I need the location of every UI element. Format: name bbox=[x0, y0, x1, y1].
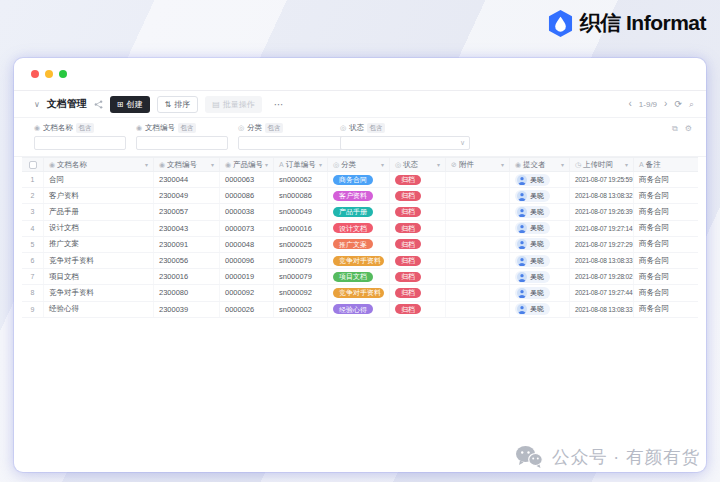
batch-actions-button[interactable]: ▤ 批量操作 bbox=[205, 96, 262, 113]
gear-icon[interactable]: ⚙ bbox=[685, 124, 692, 134]
submitter-name: 吴晓 bbox=[530, 304, 544, 314]
status-badge: 归档 bbox=[395, 223, 421, 233]
cell-attachment bbox=[446, 302, 510, 317]
cell-product-number: 0000038 bbox=[220, 204, 274, 219]
table-row[interactable]: 1 合同 2300044 0000063 sn000062 商务合同 归档 吴晓… bbox=[22, 172, 698, 188]
column-header-remark[interactable]: A 备注 bbox=[634, 158, 698, 171]
submitter-name: 吴晓 bbox=[530, 288, 544, 298]
table-row[interactable]: 2 客户资料 2300049 0000086 sn000086 客户资料 归档 … bbox=[22, 188, 698, 204]
contains-tag: 包含 bbox=[178, 123, 196, 133]
status-badge: 归档 bbox=[395, 272, 421, 282]
column-header-upload-time[interactable]: ◷ 上传时间 ▾ bbox=[570, 158, 634, 171]
cell-attachment bbox=[446, 269, 510, 284]
cell-product-number: 0000063 bbox=[220, 172, 274, 187]
cell-upload-time: 2021-08-07 19:25:59 bbox=[570, 172, 634, 187]
cell-remark: 商务合同 bbox=[634, 253, 698, 268]
column-header-doc-name[interactable]: ◉ 文档名称 ▾ bbox=[44, 158, 154, 171]
column-header-doc-number[interactable]: ◉ 文档编号 ▾ bbox=[154, 158, 220, 171]
status-filter-select[interactable]: ∨ bbox=[340, 136, 470, 150]
field-type-icon: A bbox=[639, 161, 644, 168]
refresh-icon[interactable]: ⟳ bbox=[674, 99, 682, 109]
row-number: 2 bbox=[22, 188, 44, 203]
column-label: 备注 bbox=[646, 160, 661, 170]
status-badge: 归档 bbox=[395, 304, 421, 314]
column-header-product-number[interactable]: ◉ 产品编号 ▾ bbox=[220, 158, 274, 171]
share-icon[interactable] bbox=[94, 100, 103, 109]
minimize-traffic-light[interactable] bbox=[45, 70, 53, 78]
row-number: 7 bbox=[22, 269, 44, 284]
cell-remark: 商务合同 bbox=[634, 221, 698, 236]
cell-doc-name: 设计文档 bbox=[44, 221, 154, 236]
column-header-category[interactable]: ◎ 分类 ▾ bbox=[328, 158, 390, 171]
field-type-icon: ◎ bbox=[340, 124, 346, 132]
expand-icon[interactable]: ⧉ bbox=[672, 124, 678, 134]
search-icon[interactable]: ⌕ bbox=[689, 99, 694, 110]
cell-product-number: 0000086 bbox=[220, 188, 274, 203]
status-badge: 归档 bbox=[395, 191, 421, 201]
cell-category: 设计文档 bbox=[328, 221, 390, 236]
submitter-name: 吴晓 bbox=[530, 256, 544, 266]
category-badge: 推广文案 bbox=[333, 239, 373, 249]
table-row[interactable]: 9 经验心得 2300039 0000026 sn000002 经验心得 归档 … bbox=[22, 302, 698, 318]
cell-category: 经验心得 bbox=[328, 302, 390, 317]
cell-submitter: 吴晓 bbox=[510, 269, 570, 284]
brand-drop-icon bbox=[548, 10, 573, 37]
filter-label: 状态 bbox=[349, 123, 364, 133]
table-row[interactable]: 8 竞争对手资料 2300080 0000092 sn000092 竞争对手资料… bbox=[22, 285, 698, 301]
close-traffic-light[interactable] bbox=[31, 70, 39, 78]
cell-remark: 商务合同 bbox=[634, 269, 698, 284]
column-header-submitter[interactable]: ◉ 提交者 ▾ bbox=[510, 158, 570, 171]
cell-order-number: sn000016 bbox=[274, 221, 328, 236]
table-row[interactable]: 3 产品手册 2300057 0000038 sn000049 产品手册 归档 … bbox=[22, 204, 698, 220]
column-header-order-number[interactable]: A 订单编号 ▾ bbox=[274, 158, 328, 171]
table-body: 1 合同 2300044 0000063 sn000062 商务合同 归档 吴晓… bbox=[22, 172, 698, 318]
column-label: 产品编号 bbox=[233, 160, 263, 170]
cell-attachment bbox=[446, 204, 510, 219]
next-page-arrow[interactable]: › bbox=[664, 99, 667, 109]
table-row[interactable]: 7 项目文档 2300016 0000019 sn000079 项目文档 归档 … bbox=[22, 269, 698, 285]
maximize-traffic-light[interactable] bbox=[59, 70, 67, 78]
documents-table: ◉ 文档名称 ▾ ◉ 文档编号 ▾ ◉ 产品编号 ▾ A 订单编号 ▾ ◎ 分类 bbox=[14, 157, 706, 318]
category-badge: 竞争对手资料 bbox=[333, 288, 384, 298]
submitter-pill: 吴晓 bbox=[515, 174, 550, 186]
cell-submitter: 吴晓 bbox=[510, 172, 570, 187]
cell-order-number: sn000079 bbox=[274, 253, 328, 268]
field-type-icon: ◉ bbox=[159, 161, 165, 169]
cell-doc-name: 客户资料 bbox=[44, 188, 154, 203]
cell-order-number: sn000049 bbox=[274, 204, 328, 219]
sort-caret-icon: ▾ bbox=[437, 161, 440, 168]
collapse-chevron-icon[interactable]: ∨ bbox=[34, 100, 40, 109]
submitter-pill: 吴晓 bbox=[515, 238, 550, 250]
pagination-range: 1-9/9 bbox=[639, 100, 657, 109]
filter-label: 分类 bbox=[247, 123, 262, 133]
more-actions-button[interactable]: ⋯ bbox=[269, 99, 289, 110]
category-badge: 商务合同 bbox=[333, 175, 373, 185]
doc-number-filter-input[interactable] bbox=[141, 139, 223, 148]
table-row[interactable]: 5 推广文案 2300091 0000048 sn000025 推广文案 归档 … bbox=[22, 237, 698, 253]
column-label: 上传时间 bbox=[583, 160, 613, 170]
cell-order-number: sn000062 bbox=[274, 172, 328, 187]
field-type-icon: ◎ bbox=[238, 124, 244, 132]
create-button[interactable]: ⊞ 创建 bbox=[110, 96, 150, 113]
row-number: 8 bbox=[22, 285, 44, 300]
category-badge: 竞争对手资料 bbox=[333, 256, 384, 266]
column-header-status[interactable]: ◎ 状态 ▾ bbox=[390, 158, 446, 171]
cell-doc-number: 2300057 bbox=[154, 204, 220, 219]
avatar bbox=[517, 207, 527, 217]
column-label: 提交者 bbox=[523, 160, 546, 170]
select-all-checkbox[interactable] bbox=[29, 161, 37, 169]
column-header-attachment[interactable]: ⊘ 附件 ▾ bbox=[446, 158, 510, 171]
sort-button[interactable]: ⇅ 排序 bbox=[157, 96, 199, 113]
table-row[interactable]: 6 竞争对手资料 2300056 0000096 sn000079 竞争对手资料… bbox=[22, 253, 698, 269]
contains-tag: 包含 bbox=[76, 123, 94, 133]
sort-caret-icon: ▾ bbox=[625, 161, 628, 168]
doc-name-filter-input[interactable] bbox=[39, 139, 121, 148]
cell-status: 归档 bbox=[390, 188, 446, 203]
submitter-name: 吴晓 bbox=[530, 191, 544, 201]
avatar bbox=[517, 191, 527, 201]
table-row[interactable]: 4 设计文档 2300043 0000073 sn000016 设计文档 归档 … bbox=[22, 221, 698, 237]
prev-page-arrow[interactable]: ‹ bbox=[628, 99, 631, 109]
row-number: 6 bbox=[22, 253, 44, 268]
cell-doc-number: 2300049 bbox=[154, 188, 220, 203]
cell-attachment bbox=[446, 221, 510, 236]
